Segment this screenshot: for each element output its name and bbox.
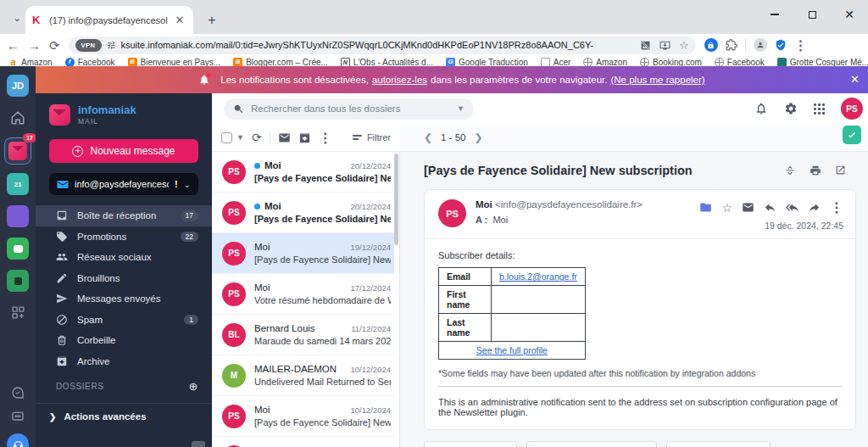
bookmark-item[interactable]: GGoogle Traduction (446, 58, 528, 67)
full-profile-link[interactable]: See the full profile (476, 345, 548, 355)
chat-app-icon[interactable] (7, 237, 29, 260)
star-icon[interactable]: ☆ (721, 201, 732, 215)
bookmark-star-icon[interactable]: ☆ (679, 39, 689, 52)
password-extension-icon[interactable] (704, 38, 718, 52)
folder-inbox[interactable]: Boîte de réception 17 (36, 205, 212, 226)
email-row[interactable]: BL Bernard Louis11/12/2024 Maraude du sa… (212, 315, 399, 355)
url-text[interactable]: ksuite.infomaniak.com/mail/0:tid=eJwrySh… (121, 40, 635, 50)
folder-trash[interactable]: Corbeille (36, 330, 212, 351)
tasks-widget-icon[interactable] (843, 126, 861, 144)
site-settings-icon[interactable] (107, 41, 116, 50)
browser-menu-icon[interactable]: ⋮ (794, 37, 808, 53)
email-row[interactable]: PS Moi09/12/2024 (212, 437, 399, 447)
reply-all-icon[interactable] (786, 201, 798, 214)
rail-mail-app-selected[interactable]: 17 (4, 137, 31, 165)
folder-social[interactable]: Réseaux sociaux (36, 247, 212, 268)
bookmark-item[interactable]: BBienvenue en Pays... (128, 58, 221, 67)
help-headset-icon[interactable] (7, 433, 29, 447)
bookmark-item[interactable]: NL'Obs - Actualités d... (341, 58, 433, 67)
bookmark-item[interactable]: Facebook (715, 58, 765, 67)
subscriber-email-link[interactable]: b.louis.2@orange.fr (499, 271, 577, 282)
account-selector[interactable]: info@paysdefayencesolidai... ! ⌄ (49, 173, 198, 195)
reply-button[interactable]: RÉPONDRE (424, 441, 517, 447)
next-page-icon[interactable]: ❯ (474, 131, 482, 143)
address-bar[interactable]: VPN ksuite.infomaniak.com/mail/0:tid=eJw… (69, 36, 696, 54)
apps-grid-icon[interactable] (814, 103, 825, 115)
email-row[interactable]: PS Moi20/12/2024 [Pays de Fayence Solida… (212, 152, 399, 193)
home-icon[interactable] (10, 110, 25, 126)
install-app-icon[interactable] (659, 40, 670, 51)
bookmark-item[interactable]: fFacebook (65, 58, 115, 67)
message-menu-icon[interactable]: ⋮ (830, 199, 843, 215)
reload-icon[interactable]: ⟳ (49, 39, 60, 52)
refresh-icon[interactable]: ⟳ (252, 131, 262, 144)
back-icon[interactable]: ← (7, 39, 19, 52)
window-minimize-button[interactable] (756, 0, 793, 29)
email-row[interactable]: PS Moi10/12/2024 [Pays de Fayence Solida… (212, 396, 399, 437)
bookmark-item[interactable]: Acer (541, 58, 571, 67)
folder-sent[interactable]: Messages envoyés (36, 288, 212, 310)
bookmark-item[interactable]: BBlogger.com – Crée... (233, 58, 328, 67)
forward-icon[interactable] (808, 201, 821, 214)
email-row[interactable]: M MAILER-DAEMON10/12/2024 Undelivered Ma… (212, 355, 399, 396)
more-apps-icon[interactable] (11, 305, 25, 320)
tab-search-button[interactable]: ⌄ (7, 9, 27, 26)
new-tab-button[interactable]: + (202, 10, 222, 31)
browser-tab[interactable]: K (17) info@paysdefayencesolida ✕ (25, 6, 193, 34)
reply-all-button[interactable]: RÉPONDRE À TOUS (526, 441, 657, 447)
feedback-icon[interactable] (11, 386, 25, 400)
list-scrollbar[interactable] (394, 152, 399, 447)
images-blocked-icon[interactable] (640, 40, 651, 51)
extensions-puzzle-icon[interactable] (726, 39, 737, 51)
forward-button[interactable]: TRANSFÉRER (666, 441, 771, 447)
settings-gear-icon[interactable] (784, 102, 798, 115)
profile-avatar[interactable]: PS (841, 98, 863, 120)
search-options-chevron-icon[interactable]: ▼ (457, 104, 465, 113)
more-actions-icon[interactable]: ⋮ (319, 130, 332, 146)
mark-unread-icon[interactable] (742, 201, 754, 214)
tab-close-icon[interactable]: ✕ (173, 14, 186, 26)
search-input[interactable] (251, 103, 450, 114)
email-row-selected[interactable]: PS Moi19/12/2024 [Pays de Fayence Solida… (212, 233, 399, 274)
bookmark-item[interactable]: Booking.com (640, 58, 702, 67)
bookmark-item[interactable]: Amazon (583, 58, 627, 67)
other-app-icon[interactable] (7, 270, 29, 292)
open-in-new-icon[interactable] (835, 165, 846, 176)
mark-read-icon[interactable] (278, 131, 291, 144)
notifications-bell-icon[interactable] (754, 102, 768, 115)
security-shield-icon[interactable] (775, 39, 787, 51)
folder-promotions[interactable]: Promotions 22 (36, 226, 212, 248)
window-close-button[interactable]: ✕ (831, 0, 868, 29)
advanced-actions[interactable]: ❯ Actions avancées (36, 403, 212, 422)
select-options-chevron-icon[interactable]: ▼ (236, 133, 244, 142)
folder-drafts[interactable]: Brouillons (36, 268, 212, 289)
vpn-extension-badge[interactable]: VPN (75, 39, 102, 52)
support-chat-icon[interactable] (11, 410, 25, 423)
user-avatar[interactable]: JD (7, 75, 29, 97)
email-row[interactable]: PS Moi20/12/2024 [Pays de Fayence Solida… (212, 193, 399, 233)
filter-button[interactable]: Filtrer (353, 132, 391, 142)
print-icon[interactable] (810, 165, 821, 176)
select-all-checkbox[interactable] (221, 132, 232, 143)
bookmark-item[interactable]: Grotte Cosquer Mé... (777, 58, 868, 67)
folder-spam[interactable]: Spam 1 (36, 310, 212, 331)
previous-page-icon[interactable]: ❮ (424, 131, 432, 143)
add-folder-icon[interactable]: ⊕ (189, 380, 199, 393)
bookmark-item[interactable]: aAmazon (8, 58, 53, 67)
search-box[interactable]: ▼ (224, 98, 474, 120)
calendar-app-icon[interactable]: 21 (7, 173, 29, 195)
window-maximize-button[interactable] (793, 0, 831, 29)
forward-icon[interactable]: → (28, 39, 41, 52)
expand-thread-icon[interactable] (784, 165, 796, 176)
banner-close-icon[interactable]: ✕ (850, 73, 860, 86)
archive-action-icon[interactable] (298, 131, 311, 144)
sidebar-grip[interactable] (192, 441, 205, 447)
folder-archive[interactable]: Archive (36, 351, 212, 372)
authorize-notifications-link[interactable]: autorisez-les (372, 75, 427, 85)
dismiss-reminder-link[interactable]: (Ne plus me rappeler) (610, 75, 704, 85)
profile-avatar-icon[interactable] (754, 38, 767, 52)
new-message-button[interactable]: + Nouveau message (49, 139, 198, 163)
drive-app-icon[interactable] (7, 205, 29, 227)
reply-icon[interactable] (764, 201, 776, 214)
move-to-folder-icon[interactable] (699, 201, 712, 214)
